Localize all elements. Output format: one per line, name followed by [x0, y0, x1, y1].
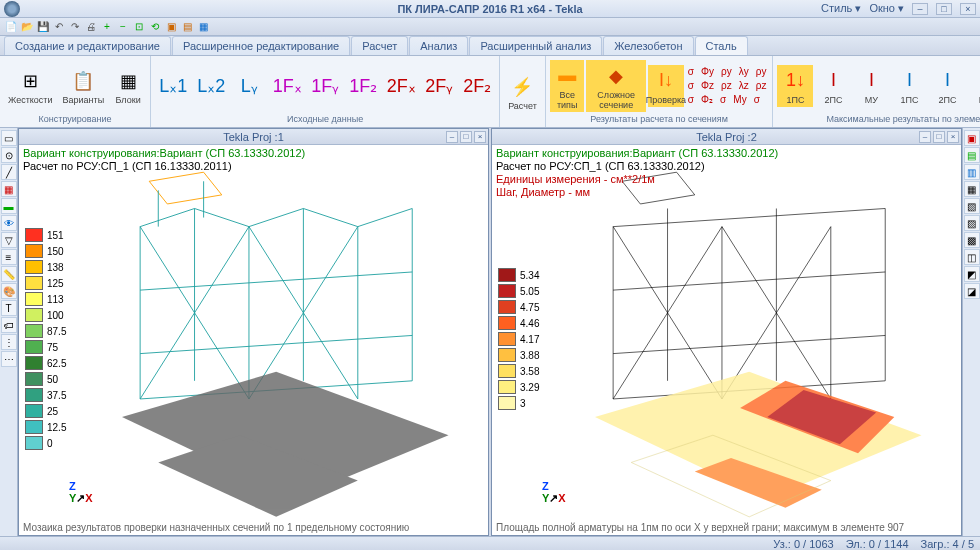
window-menu[interactable]: Окно ▾	[869, 2, 904, 15]
style-menu[interactable]: Стиль ▾	[821, 2, 861, 15]
pane-close-icon[interactable]: ×	[947, 131, 959, 143]
ribbon-btn-1ПС[interactable]: I1ПС	[891, 65, 927, 107]
tab-4[interactable]: Расширенный анализ	[469, 36, 602, 55]
ribbon-btn-Варианты[interactable]: 📋Варианты	[59, 65, 109, 107]
ribbon-small-σ[interactable]: σ	[718, 93, 728, 106]
pane-right-title: Tekla Proj :2 –□×	[492, 129, 961, 145]
tab-5[interactable]: Железобетон	[603, 36, 693, 55]
ribbon-btn-Расчет[interactable]: ⚡Расчет	[504, 71, 541, 113]
tool-line-icon[interactable]: ╱	[1, 164, 17, 180]
ribbon-small-Φ₂[interactable]: Φ₂	[699, 93, 715, 106]
rtool-9-icon[interactable]: ◩	[964, 266, 980, 282]
ribbon-btn-2F₂[interactable]: 2F₂	[459, 70, 495, 102]
close-button[interactable]: ×	[960, 3, 976, 15]
pane-max-icon[interactable]: □	[460, 131, 472, 143]
ribbon-btn-1F₂[interactable]: 1F₂	[345, 70, 381, 102]
tool-filter-icon[interactable]: ▽	[1, 232, 17, 248]
pane-min-icon[interactable]: –	[919, 131, 931, 143]
qat-print-icon[interactable]: 🖨	[84, 20, 98, 34]
rtool-7-icon[interactable]: ▩	[964, 232, 980, 248]
ribbon-btn-Жесткости[interactable]: ⊞Жесткости	[4, 65, 57, 107]
ribbon-btn-МУ[interactable]: IМУ	[853, 65, 889, 107]
tab-1[interactable]: Расширенное редактирование	[172, 36, 350, 55]
rtool-2-icon[interactable]: ▤	[964, 147, 980, 163]
ribbon-btn-2ПС[interactable]: I2ПС	[929, 65, 965, 107]
ribbon-btn-1ПС[interactable]: 1↓1ПС	[777, 65, 813, 107]
ribbon-btn-2Fᵧ[interactable]: 2Fᵧ	[421, 70, 457, 102]
viewport-left[interactable]: Tekla Proj :1 –□× Вариант конструировани…	[18, 128, 489, 536]
qat-view2-icon[interactable]: ▤	[180, 20, 194, 34]
qat-grid-icon[interactable]: ▦	[196, 20, 210, 34]
tab-3[interactable]: Анализ	[409, 36, 468, 55]
status-elements: Эл.: 0 / 1144	[846, 538, 909, 550]
rtool-10-icon[interactable]: ◪	[964, 283, 980, 299]
ribbon-small-ρz[interactable]: ρz	[719, 79, 734, 92]
maximize-button[interactable]: □	[936, 3, 952, 15]
tab-2[interactable]: Расчет	[351, 36, 408, 55]
ribbon-btn-Lₓ1[interactable]: Lₓ1	[155, 70, 191, 102]
qat-zoom-in-icon[interactable]: +	[100, 20, 114, 34]
ribbon-small-Φy[interactable]: Φy	[699, 65, 716, 78]
tool-layers-icon[interactable]: ≡	[1, 249, 17, 265]
pane-min-icon[interactable]: –	[446, 131, 458, 143]
qat-zoom-out-icon[interactable]: −	[116, 20, 130, 34]
ribbon-btn-Сложное сечение[interactable]: ◆Сложное сечение	[586, 60, 645, 112]
tab-6[interactable]: Сталь	[695, 36, 748, 55]
pane-close-icon[interactable]: ×	[474, 131, 486, 143]
ribbon-btn-Lᵧ[interactable]: Lᵧ	[231, 70, 267, 102]
ribbon-small-σ[interactable]: σ	[686, 93, 696, 106]
tool-view-icon[interactable]: 👁	[1, 215, 17, 231]
tool-grid-icon[interactable]: ▦	[1, 181, 17, 197]
ribbon-small-Му[interactable]: Му	[731, 93, 748, 106]
qat-new-icon[interactable]: 📄	[4, 20, 18, 34]
ribbon-small-λy[interactable]: λy	[737, 65, 751, 78]
right-toolbar: ▣ ▤ ▥ ▦ ▧ ▨ ▩ ◫ ◩ ◪	[962, 128, 980, 536]
ribbon-small-σ[interactable]: σ	[686, 65, 696, 78]
minimize-button[interactable]: –	[912, 3, 928, 15]
ribbon-small-σ[interactable]: σ	[752, 93, 762, 106]
rtool-4-icon[interactable]: ▦	[964, 181, 980, 197]
ribbon-btn-Все типы[interactable]: ▬Все типы	[550, 60, 585, 112]
rtool-1-icon[interactable]: ▣	[964, 130, 980, 146]
tool-measure-icon[interactable]: 📏	[1, 266, 17, 282]
rtool-6-icon[interactable]: ▨	[964, 215, 980, 231]
pane-left-footer: Мозаика результатов проверки назначенных…	[23, 522, 409, 533]
ribbon-btn-1Fₓ[interactable]: 1Fₓ	[269, 70, 305, 102]
ribbon-btn-1Fᵧ[interactable]: 1Fᵧ	[307, 70, 343, 102]
qat-rotate-icon[interactable]: ⟲	[148, 20, 162, 34]
pane-max-icon[interactable]: □	[933, 131, 945, 143]
tool-color-icon[interactable]: 🎨	[1, 283, 17, 299]
ribbon-small-λz[interactable]: λz	[737, 79, 751, 92]
tool-node-icon[interactable]: ⊙	[1, 147, 17, 163]
qat-redo-icon[interactable]: ↷	[68, 20, 82, 34]
qat-fit-icon[interactable]: ⊡	[132, 20, 146, 34]
tool-text-icon[interactable]: T	[1, 300, 17, 316]
tool-more1-icon[interactable]: ⋮	[1, 334, 17, 350]
qat-view1-icon[interactable]: ▣	[164, 20, 178, 34]
qat-open-icon[interactable]: 📂	[20, 20, 34, 34]
ribbon-small-σ[interactable]: σ	[686, 79, 696, 92]
ribbon-small-ρy[interactable]: ρy	[754, 65, 769, 78]
tool-select-icon[interactable]: ▭	[1, 130, 17, 146]
ribbon-btn-2Fₓ[interactable]: 2Fₓ	[383, 70, 419, 102]
ribbon-btn-Блоки[interactable]: ▦Блоки	[110, 65, 146, 107]
ribbon-btn-2ПС[interactable]: I2ПС	[815, 65, 851, 107]
qat-save-icon[interactable]: 💾	[36, 20, 50, 34]
ribbon-small-Φz[interactable]: Φz	[699, 79, 716, 92]
ribbon-small-ρy[interactable]: ρy	[719, 65, 734, 78]
ribbon-btn-Проверка[interactable]: I↓Проверка	[648, 65, 684, 107]
tool-label-icon[interactable]: 🏷	[1, 317, 17, 333]
ribbon-small-ρz[interactable]: ρz	[754, 79, 769, 92]
tab-0[interactable]: Создание и редактирование	[4, 36, 171, 55]
rtool-5-icon[interactable]: ▧	[964, 198, 980, 214]
tool-plate-icon[interactable]: ▬	[1, 198, 17, 214]
rtool-8-icon[interactable]: ◫	[964, 249, 980, 265]
rtool-3-icon[interactable]: ▥	[964, 164, 980, 180]
tool-more2-icon[interactable]: ⋯	[1, 351, 17, 367]
qat-undo-icon[interactable]: ↶	[52, 20, 66, 34]
viewport-right[interactable]: Tekla Proj :2 –□× Вариант конструировани…	[491, 128, 962, 536]
ribbon-btn-МУ[interactable]: IМУ	[967, 65, 980, 107]
axis-indicator: ZY↗X	[69, 480, 93, 505]
ribbon-btn-Lₓ2[interactable]: Lₓ2	[193, 70, 229, 102]
workspace: Tekla Proj :1 –□× Вариант конструировани…	[18, 128, 962, 536]
